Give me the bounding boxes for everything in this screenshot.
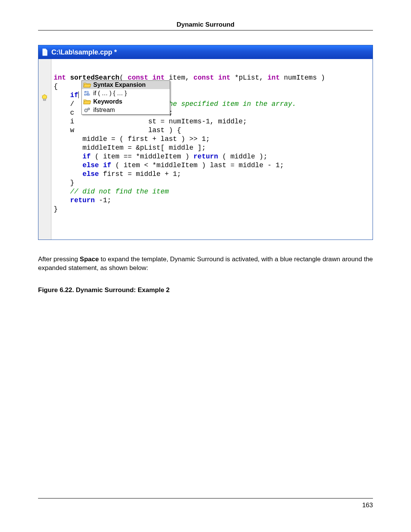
brace: } bbox=[70, 179, 74, 187]
editor-gutter bbox=[38, 59, 51, 240]
code-frag: ( item == *middleItem ) bbox=[91, 153, 193, 160]
kw-if: if bbox=[83, 153, 91, 160]
param: item, bbox=[169, 74, 190, 81]
kw-int: int bbox=[268, 74, 280, 81]
param: numItems ) bbox=[284, 74, 325, 81]
code-frag: i bbox=[70, 118, 74, 125]
svg-rect-4 bbox=[43, 99, 46, 101]
header-rule bbox=[38, 30, 373, 30]
brace: } bbox=[54, 205, 58, 213]
body-paragraph: After pressing Space to expand the templ… bbox=[38, 255, 373, 273]
code-frag: last ) { bbox=[148, 126, 181, 134]
kw-const: const bbox=[193, 74, 214, 81]
popup-item-keywords[interactable]: Keywords bbox=[82, 97, 170, 106]
svg-point-11 bbox=[88, 109, 89, 109]
popup-item-syntax-expansion[interactable]: Syntax Expansion bbox=[82, 81, 170, 89]
kw-else: else bbox=[83, 161, 99, 169]
svg-line-7 bbox=[46, 95, 47, 96]
code-frag: w bbox=[70, 126, 74, 134]
block-icon: IF{}END bbox=[83, 90, 91, 97]
lightbulb-icon bbox=[41, 94, 48, 102]
svg-point-3 bbox=[42, 95, 47, 99]
popup-item-label: Keywords bbox=[93, 98, 122, 105]
document-icon bbox=[41, 48, 48, 56]
folder-open-icon bbox=[83, 98, 91, 105]
code-frag: first = middle + 1; bbox=[99, 170, 181, 178]
code-line: middleItem = &pList[ middle ]; bbox=[83, 144, 206, 152]
svg-point-9 bbox=[85, 110, 87, 111]
kw-return: return bbox=[70, 197, 95, 204]
folder-open-icon bbox=[83, 81, 91, 88]
code-frag: / bbox=[70, 100, 74, 108]
kw-return: return bbox=[193, 153, 218, 160]
popup-item-ifstream[interactable]: ifstream bbox=[82, 106, 170, 114]
code-frag: st = numItems-1, middle; bbox=[148, 118, 247, 125]
code-frag: ( item < *middleItem ) last = middle - 1… bbox=[111, 161, 284, 169]
code-frag: -1; bbox=[95, 197, 111, 204]
code-frag: c bbox=[70, 109, 74, 117]
window-titlebar[interactable]: C:\Lab\sample.cpp * bbox=[38, 45, 373, 59]
para-bold: Space bbox=[80, 256, 99, 263]
popup-item-label: if ( … ) { … } bbox=[93, 90, 127, 97]
footer-rule bbox=[38, 498, 373, 498]
editor-window: C:\Lab\sample.cpp * int sortedSearch( co… bbox=[38, 45, 373, 240]
svg-line-6 bbox=[42, 95, 43, 96]
page-number: 163 bbox=[362, 502, 373, 509]
popup-item-if-template[interactable]: IF{}END if ( … ) { … } bbox=[82, 89, 170, 97]
comment: for the specified item in the array. bbox=[148, 100, 296, 108]
window-title: C:\Lab\sample.cpp * bbox=[51, 48, 117, 56]
para-pre: After pressing bbox=[38, 256, 80, 263]
page-header: Dynamic Surround bbox=[38, 21, 373, 29]
comment: // did not find the item bbox=[70, 188, 169, 195]
kw-int: int bbox=[218, 74, 230, 81]
kw-if: if bbox=[70, 91, 78, 99]
param: *pList, bbox=[234, 74, 263, 81]
kw-if: if bbox=[103, 161, 112, 169]
code-line: middle = ( first + last ) >> 1; bbox=[83, 135, 210, 143]
code-frag: ( middle ); bbox=[218, 153, 268, 160]
autocomplete-popup[interactable]: Syntax Expansion IF{}END if ( … ) { … } … bbox=[81, 80, 170, 115]
figure-caption: Figure 6.22. Dynamic Surround: Example 2 bbox=[38, 286, 373, 294]
text-cursor bbox=[78, 91, 79, 98]
gears-icon bbox=[83, 107, 91, 113]
kw-int: int bbox=[54, 74, 66, 81]
kw-else: else bbox=[83, 170, 99, 178]
popup-item-label: Syntax Expansion bbox=[93, 81, 146, 88]
brace: { bbox=[54, 83, 58, 90]
popup-item-label: ifstream bbox=[93, 107, 115, 113]
